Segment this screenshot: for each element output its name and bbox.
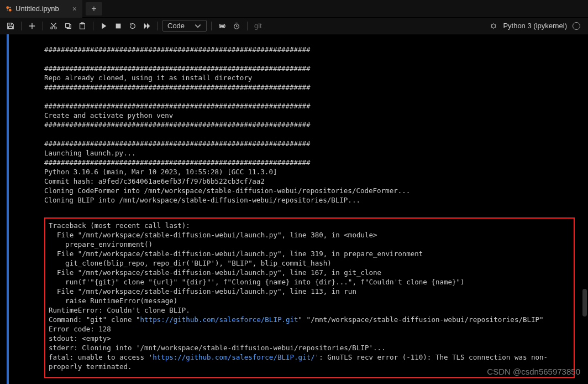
- kernel-idle-icon[interactable]: [573, 22, 580, 30]
- cell-type-label: Code: [167, 22, 185, 30]
- kernel-status: Python 3 (ipykernel): [490, 22, 584, 30]
- cut-button[interactable]: [48, 20, 60, 32]
- cell-type-select[interactable]: Code: [162, 20, 207, 32]
- stop-button[interactable]: [112, 20, 124, 32]
- toolbar: Code var git Python 3 (ipykernel): [0, 18, 588, 34]
- svg-rect-7: [66, 23, 70, 27]
- svg-point-3: [9, 7, 11, 8]
- svg-rect-10: [116, 23, 121, 28]
- git-label[interactable]: git: [254, 22, 262, 30]
- kernel-name[interactable]: Python 3 (ipykernel): [503, 22, 567, 30]
- notebook-icon: [6, 6, 12, 12]
- close-icon[interactable]: ×: [72, 4, 77, 13]
- scrollbar-thumb[interactable]: [582, 289, 587, 316]
- svg-text:var: var: [220, 24, 224, 27]
- restart-button[interactable]: [127, 20, 139, 32]
- paste-button[interactable]: [76, 20, 88, 32]
- svg-point-14: [492, 24, 496, 28]
- variable-inspector-icon[interactable]: var: [216, 20, 228, 32]
- svg-point-0: [6, 6, 9, 9]
- notebook-tab[interactable]: Untitled.ipynb ×: [0, 0, 82, 18]
- svg-rect-4: [9, 26, 13, 28]
- svg-point-5: [51, 27, 53, 29]
- blip-repo-link-2[interactable]: https://github.com/salesforce/BLIP.git/: [153, 353, 315, 361]
- bug-icon[interactable]: [490, 22, 497, 30]
- add-tab-button[interactable]: +: [86, 2, 102, 15]
- timer-icon[interactable]: [230, 20, 243, 32]
- cell-collapser[interactable]: [7, 34, 9, 384]
- run-all-button[interactable]: [141, 20, 153, 32]
- output-content[interactable]: ########################################…: [44, 34, 588, 384]
- output-prompt: [13, 34, 44, 384]
- svg-point-6: [55, 27, 57, 29]
- output-cell: ########################################…: [0, 34, 588, 384]
- run-button[interactable]: [98, 20, 110, 32]
- copy-button[interactable]: [62, 20, 74, 32]
- scrollbar-track[interactable]: [581, 34, 587, 384]
- chevron-down-icon: [194, 22, 202, 30]
- blip-repo-link[interactable]: https://github.com/salesforce/BLIP.git: [140, 315, 298, 324]
- save-button[interactable]: [4, 20, 17, 32]
- tab-title: Untitled.ipynb: [15, 4, 59, 13]
- svg-point-2: [7, 9, 8, 11]
- traceback-box: Traceback (most recent call last): File …: [44, 217, 575, 378]
- add-cell-button[interactable]: [26, 20, 38, 32]
- tab-bar: Untitled.ipynb × +: [0, 0, 588, 18]
- svg-point-1: [9, 8, 12, 11]
- notebook-body: ########################################…: [0, 34, 588, 384]
